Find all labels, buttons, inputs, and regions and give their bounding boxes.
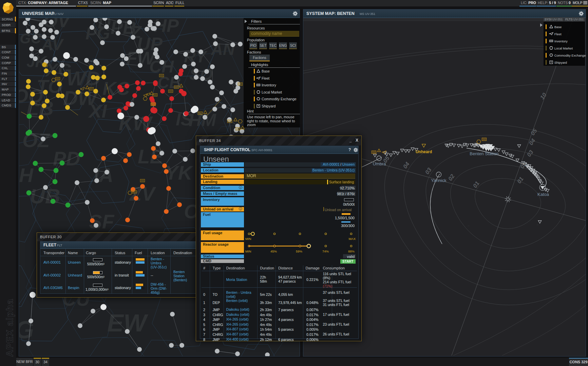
svg-text:.....: ..... [468,225,470,226]
svg-text:Unheard: Unheard [416,149,432,154]
svg-text:OV: OV [43,18,71,31]
svg-text:LE: LE [138,145,164,167]
svg-text:HM: HM [189,110,217,130]
svg-text:HP: HP [153,18,179,36]
svg-text:Katoa: Katoa [537,192,549,197]
svg-text:GC: GC [20,30,41,46]
svg-text:YK: YK [165,162,194,184]
svg-text:.....: ..... [537,224,539,225]
svg-text:XI: XI [88,100,107,122]
svg-text:H: H [19,164,34,186]
svg-text:Benten Station: Benten Station [470,151,498,156]
svg-text:Yannick: Yannick [431,178,447,183]
svg-text:PD: PD [53,147,80,169]
